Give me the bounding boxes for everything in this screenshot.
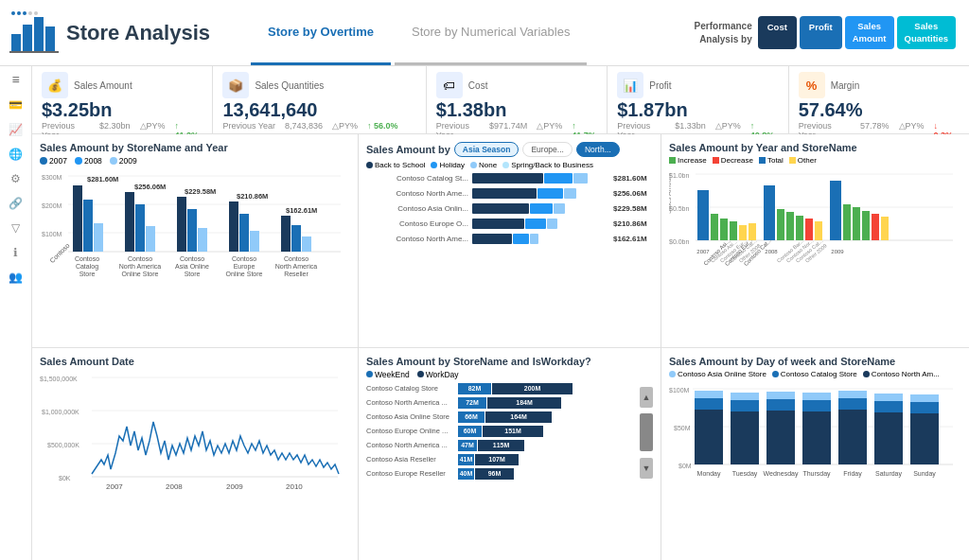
- svg-rect-79: [786, 212, 794, 240]
- svg-text:$0.5bn: $0.5bn: [669, 205, 690, 212]
- sidebar-settings-icon[interactable]: ⚙: [10, 172, 21, 185]
- legend-waterfall: Increase Decrease Total Other: [669, 156, 961, 165]
- svg-text:$500,000K: $500,000K: [47, 442, 79, 448]
- svg-text:North America: North America: [119, 263, 161, 270]
- sidebar-credit-icon[interactable]: 💳: [9, 98, 23, 112]
- svg-point-5: [11, 11, 15, 15]
- kpi-profit: 📊 Profit $1.87bn Previous Year $1.33bn △…: [608, 66, 788, 133]
- svg-rect-23: [135, 204, 145, 252]
- svg-text:$1,000,000K: $1,000,000K: [42, 409, 79, 415]
- svg-rect-32: [250, 231, 259, 252]
- sidebar-users-icon[interactable]: 👥: [9, 271, 23, 284]
- kpi-qty-title: Sales Quantities: [255, 80, 324, 91]
- svg-text:Tuesday: Tuesday: [732, 470, 758, 478]
- kpi-qty-value: 13,641,640: [222, 98, 415, 121]
- svg-rect-88: [881, 217, 889, 240]
- filter-tab-europe[interactable]: Europe...: [522, 142, 573, 157]
- kpi-qty-delta: ↑ 56.0%: [367, 121, 398, 131]
- svg-rect-129: [910, 402, 939, 413]
- svg-rect-110: [695, 410, 723, 464]
- logo-area: Store Analysis: [9, 11, 251, 55]
- svg-rect-36: [302, 236, 311, 252]
- kpi-sales-amount: 💰 Sales Amount $3.25bn Previous Year $2.…: [32, 66, 213, 133]
- chart-sales-by-season: Sales Amount by Asia Season Europe... No…: [359, 134, 661, 348]
- svg-text:$281.60M: $281.60M: [87, 175, 118, 184]
- workday-rows: Contoso Catalog Store 82M 200M Contoso N…: [366, 383, 653, 482]
- filter-tab-north[interactable]: North...: [576, 142, 620, 157]
- chart-title-store-year: Sales Amount by StoreName and Year: [40, 142, 350, 153]
- svg-rect-118: [766, 392, 795, 399]
- kpi-sales-title: Sales Amount: [74, 80, 132, 91]
- kpi-cost-title: Cost: [468, 80, 488, 91]
- kpi-profit-title: Profit: [649, 80, 671, 91]
- svg-rect-125: [874, 412, 903, 464]
- svg-text:2007: 2007: [106, 482, 123, 491]
- svg-text:Monday: Monday: [697, 470, 721, 478]
- svg-rect-71: [697, 190, 709, 240]
- kpi-qty-delta-label: △PY%: [332, 121, 358, 131]
- perf-cost-btn[interactable]: Cost: [758, 16, 797, 49]
- svg-rect-2: [34, 17, 44, 51]
- sidebar-globe-icon[interactable]: 🌐: [9, 148, 23, 161]
- svg-text:Store: Store: [185, 271, 201, 277]
- scroll-down-btn[interactable]: ▼: [640, 458, 653, 479]
- svg-rect-76: [749, 223, 756, 240]
- svg-text:$162.61M: $162.61M: [286, 206, 317, 215]
- svg-rect-81: [805, 219, 813, 240]
- svg-rect-18: [73, 185, 82, 252]
- svg-rect-127: [874, 394, 903, 401]
- svg-rect-111: [695, 398, 723, 410]
- legend-workday: WeekEnd WorkDay: [366, 370, 653, 379]
- perf-sales-amount-btn[interactable]: SalesAmount: [845, 16, 894, 49]
- svg-text:Catalog: Catalog: [76, 263, 98, 271]
- sidebar-menu-icon[interactable]: ≡: [11, 72, 19, 87]
- kpi-profit-icon: 📊: [617, 72, 643, 98]
- svg-rect-72: [711, 214, 718, 240]
- tab-store-numerical[interactable]: Store by Numerical Variables: [395, 0, 587, 65]
- middle-column: Sales Amount by Asia Season Europe... No…: [359, 134, 661, 560]
- svg-rect-113: [731, 411, 759, 464]
- kpi-row: 💰 Sales Amount $3.25bn Previous Year $2.…: [32, 66, 969, 134]
- svg-rect-35: [291, 225, 301, 252]
- svg-text:Saturday: Saturday: [875, 470, 903, 478]
- svg-rect-83: [830, 181, 841, 240]
- tab-store-overtime[interactable]: Store by Overtime: [251, 0, 391, 65]
- chart-legend-season: Back to School Holiday None Spring/Back …: [366, 161, 653, 169]
- performance-analysis: PerformanceAnalysis by Cost Profit Sales…: [695, 16, 956, 49]
- svg-text:Store: Store: [79, 271, 96, 277]
- svg-text:$229.58M: $229.58M: [185, 187, 216, 196]
- kpi-margin-value: 57.64%: [799, 98, 960, 121]
- svg-rect-86: [862, 211, 870, 240]
- svg-rect-114: [731, 400, 759, 411]
- svg-rect-121: [802, 393, 831, 400]
- svg-rect-77: [764, 185, 775, 240]
- sidebar-link-icon[interactable]: 🔗: [9, 197, 23, 210]
- svg-text:$0.0bn: $0.0bn: [669, 238, 690, 245]
- chart-sales-workday: Sales Amount by StoreName and IsWorkday?…: [359, 348, 661, 561]
- svg-text:Reseller: Reseller: [284, 271, 308, 277]
- perf-profit-btn[interactable]: Profit: [800, 16, 842, 49]
- chart-sales-date: Sales Amount Date $1,500,000K $1,000,000…: [32, 348, 358, 561]
- svg-rect-124: [838, 391, 867, 398]
- svg-rect-80: [796, 216, 803, 240]
- svg-text:Sales Amount: Sales Amount: [669, 173, 672, 214]
- sidebar-filter-icon[interactable]: ▽: [11, 221, 20, 235]
- content: 💰 Sales Amount $3.25bn Previous Year $2.…: [32, 66, 969, 560]
- sidebar-info-icon[interactable]: ℹ: [13, 246, 18, 259]
- perf-sales-qty-btn[interactable]: SalesQuantities: [897, 16, 956, 49]
- svg-rect-130: [910, 394, 939, 402]
- legend-day-store: Contoso Asia Online Store Contoso Catalo…: [669, 370, 961, 378]
- page-title: Store Analysis: [66, 21, 210, 45]
- sidebar-chart-icon[interactable]: 📈: [9, 123, 23, 136]
- svg-text:Sunday: Sunday: [913, 470, 936, 478]
- chart-title-sales-date: Sales Amount Date: [40, 356, 350, 367]
- svg-rect-120: [802, 400, 831, 411]
- filter-tab-asia[interactable]: Asia Season: [454, 142, 520, 157]
- nav-tabs: Store by Overtime Store by Numerical Var…: [251, 0, 695, 65]
- svg-point-9: [34, 11, 38, 15]
- svg-rect-28: [198, 228, 207, 252]
- scroll-up-btn[interactable]: ▲: [640, 387, 653, 408]
- svg-text:2007: 2007: [696, 249, 710, 254]
- kpi-profit-value: $1.87bn: [617, 98, 778, 121]
- svg-text:$1.0bn: $1.0bn: [669, 172, 690, 179]
